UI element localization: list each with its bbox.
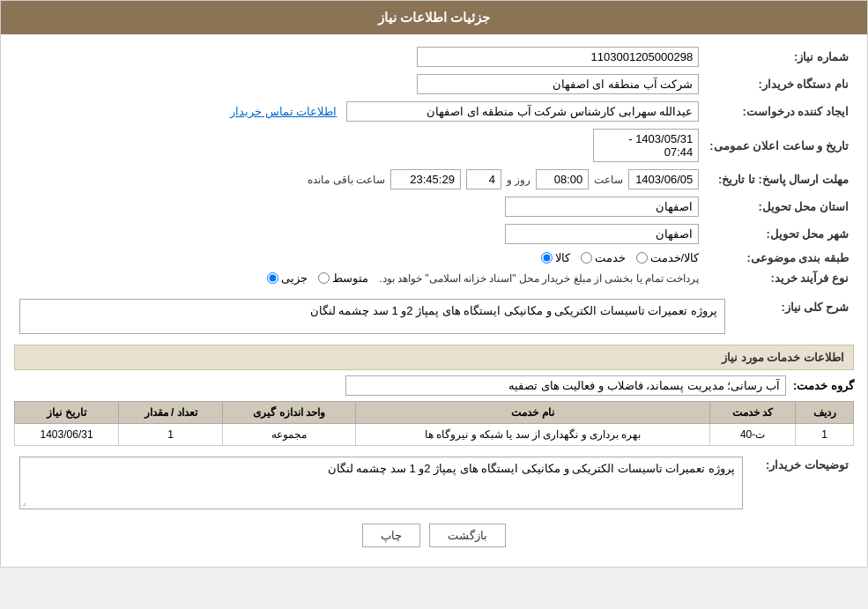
deadline-time-label: ساعت bbox=[594, 174, 623, 186]
org-name-value: شرکت آب منطقه ای اصفهان bbox=[14, 71, 704, 98]
deadline-remaining-input: 23:45:29 bbox=[390, 169, 461, 189]
need-number-label: شماره نیاز: bbox=[704, 43, 854, 71]
org-name-input: شرکت آب منطقه ای اصفهان bbox=[417, 74, 699, 94]
radio-motavaset-input[interactable] bbox=[318, 272, 330, 284]
province-input: اصفهان bbox=[505, 197, 699, 217]
org-name-label: نام دستگاه خریدار: bbox=[704, 71, 854, 98]
city-value: اصفهان bbox=[14, 220, 704, 248]
buyer-desc-label: توضیحات خریدار: bbox=[748, 453, 854, 513]
announce-label: تاریخ و ساعت اعلان عمومی: bbox=[704, 125, 854, 166]
city-label: شهر محل تحویل: bbox=[704, 220, 854, 248]
buyer-desc-input: پروژه تعمیرات تاسیسات الکتریکی و مکانیکی… bbox=[19, 457, 743, 509]
radio-jozii-input[interactable] bbox=[267, 272, 278, 284]
need-desc-table: شرح کلی نیاز: پروژه تعمیرات تاسیسات الکت… bbox=[14, 295, 854, 338]
creator-contact-link[interactable]: اطلاعات تماس خریدار bbox=[230, 105, 337, 118]
deadline-days-input: 4 bbox=[466, 169, 501, 189]
info-table: شماره نیاز: 1103001205000298 نام دستگاه … bbox=[14, 43, 854, 288]
radio-motavaset-label: متوسط bbox=[332, 271, 368, 285]
purchase-type-row: پرداخت تمام یا بخشی از مبلغ خریدار محل "… bbox=[14, 268, 704, 288]
page-header: جزئیات اطلاعات نیاز bbox=[1, 1, 867, 34]
buyer-desc-value: پروژه تعمیرات تاسیسات الکتریکی و مکانیکی… bbox=[14, 453, 748, 513]
city-input: اصفهان bbox=[505, 224, 699, 244]
creator-value: عیدالله سهرابی کارشناس شرکت آب منطقه ای … bbox=[14, 98, 704, 125]
category-radios: کالا/خدمت خدمت کالا bbox=[14, 248, 704, 268]
creator-label: ایجاد کننده درخواست: bbox=[704, 98, 854, 125]
radio-khedmat-input[interactable] bbox=[581, 252, 592, 264]
buttons-row: بازگشت چاپ bbox=[14, 524, 854, 547]
service-group-input: آب رسانی؛ مدیریت پسماند، فاضلاب و فعالیت… bbox=[345, 375, 786, 396]
need-desc-value: پروژه تعمیرات تاسیسات الکتریکی و مکانیکی… bbox=[14, 295, 731, 338]
col-quantity: تعداد / مقدار bbox=[119, 402, 223, 424]
deadline-row: 1403/06/05 ساعت 08:00 روز و 4 23:45:29 س… bbox=[14, 166, 704, 193]
deadline-time-input: 08:00 bbox=[536, 169, 589, 189]
radio-kala-label: کالا bbox=[555, 251, 570, 264]
cell-unit: مجموعه bbox=[223, 424, 356, 446]
cell-quantity: 1 bbox=[119, 424, 223, 446]
cell-row-num: 1 bbox=[796, 424, 854, 446]
purchase-radio-group: پرداخت تمام یا بخشی از مبلغ خریدار محل "… bbox=[19, 271, 699, 285]
radio-kala-khedmat-label: کالا/خدمت bbox=[650, 251, 700, 264]
purchase-note-text: پرداخت تمام یا بخشی از مبلغ خریدار محل "… bbox=[379, 272, 699, 285]
cell-code: ت-40 bbox=[710, 424, 796, 446]
print-button[interactable]: چاپ bbox=[362, 524, 420, 547]
col-name: نام خدمت bbox=[356, 402, 710, 424]
deadline-days-label: روز و bbox=[507, 174, 530, 186]
province-value: اصفهان bbox=[14, 193, 704, 220]
creator-input: عیدالله سهرابی کارشناس شرکت آب منطقه ای … bbox=[346, 101, 699, 122]
col-code: کد خدمت bbox=[710, 402, 796, 424]
province-label: استان محل تحویل: bbox=[704, 193, 854, 220]
cell-date: 1403/06/31 bbox=[15, 424, 119, 446]
radio-jozii-label: جزیی bbox=[281, 271, 308, 285]
col-unit: واحد اندازه گیری bbox=[223, 402, 356, 424]
need-number-input: 1103001205000298 bbox=[417, 47, 699, 67]
need-desc-input: پروژه تعمیرات تاسیسات الکتریکی و مکانیکی… bbox=[19, 299, 725, 334]
header-title: جزئیات اطلاعات نیاز bbox=[378, 10, 490, 25]
announce-input: 1403/05/31 - 07:44 bbox=[593, 129, 699, 162]
radio-kala-khedmat: کالا/خدمت bbox=[636, 251, 700, 264]
radio-motavaset: متوسط bbox=[318, 271, 368, 285]
category-radio-group: کالا/خدمت خدمت کالا bbox=[19, 251, 699, 264]
purchase-type-label: نوع فرآیند خرید: bbox=[704, 268, 854, 288]
radio-khedmat: خدمت bbox=[581, 251, 626, 264]
announce-value: 1403/05/31 - 07:44 bbox=[14, 125, 704, 166]
need-desc-label: شرح کلی نیاز: bbox=[731, 295, 854, 338]
service-section-header: اطلاعات خدمات مورد نیاز bbox=[14, 345, 854, 370]
radio-khedmat-label: خدمت bbox=[595, 251, 626, 264]
radio-kala: کالا bbox=[541, 251, 570, 264]
table-row: 1 ت-40 بهره برداری و نگهداری از سد یا شب… bbox=[15, 424, 854, 446]
radio-kala-input[interactable] bbox=[541, 252, 553, 264]
resize-icon: ⌟ bbox=[22, 497, 26, 507]
back-button[interactable]: بازگشت bbox=[429, 524, 506, 547]
cell-name: بهره برداری و نگهداری از سد یا شبکه و نی… bbox=[356, 424, 710, 446]
need-number-value: 1103001205000298 bbox=[14, 43, 704, 71]
col-row-num: ردیف bbox=[796, 402, 854, 424]
deadline-date-input: 1403/06/05 bbox=[628, 169, 699, 189]
service-group-row: گروه خدمت: آب رسانی؛ مدیریت پسماند، فاضل… bbox=[14, 375, 854, 396]
service-group-label: گروه خدمت: bbox=[793, 379, 854, 392]
service-table: ردیف کد خدمت نام خدمت واحد اندازه گیری ت… bbox=[14, 401, 854, 446]
buyer-desc-text: پروژه تعمیرات تاسیسات الکتریکی و مکانیکی… bbox=[328, 462, 735, 475]
category-label: طبقه بندی موضوعی: bbox=[704, 248, 854, 268]
deadline-remaining-label: ساعت باقی مانده bbox=[308, 174, 385, 186]
radio-kala-khedmat-input[interactable] bbox=[636, 252, 648, 264]
radio-jozii: جزیی bbox=[267, 271, 308, 285]
deadline-label: مهلت ارسال پاسخ: تا تاریخ: bbox=[704, 166, 854, 193]
buyer-desc-table: توضیحات خریدار: پروژه تعمیرات تاسیسات ال… bbox=[14, 453, 854, 513]
col-date: تاریخ نیاز bbox=[15, 402, 119, 424]
